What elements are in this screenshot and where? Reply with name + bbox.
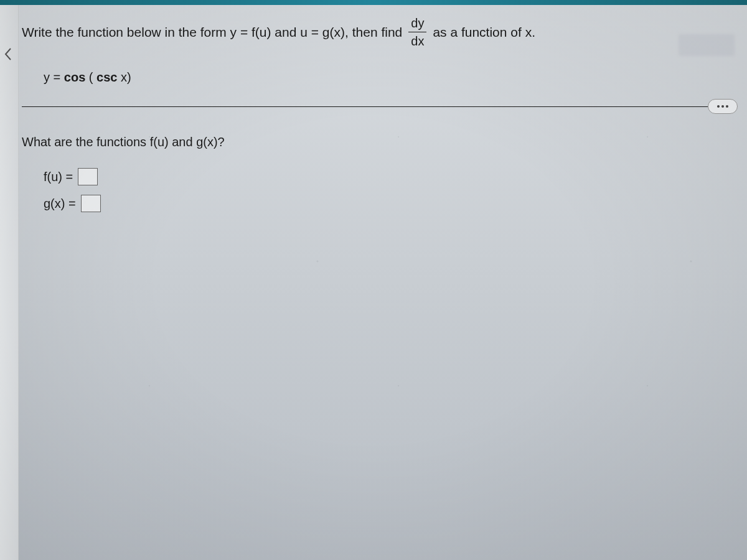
question-prompt: Write the function below in the form y =… xyxy=(22,16,735,49)
prev-arrow-icon[interactable] xyxy=(3,47,14,63)
gx-label: g(x) = xyxy=(44,197,76,211)
fu-input[interactable] xyxy=(78,168,98,185)
prompt-text-prefix: Write the function below in the form y =… xyxy=(22,21,402,44)
more-options-button[interactable] xyxy=(708,99,738,114)
fu-label: f(u) = xyxy=(44,170,73,184)
fraction-denominator: dx xyxy=(408,32,426,49)
top-window-frame xyxy=(0,0,747,5)
gx-input[interactable] xyxy=(81,195,101,212)
prompt-text-suffix: as a function of x. xyxy=(433,21,535,44)
section-divider xyxy=(22,106,735,107)
question-panel: Write the function below in the form y =… xyxy=(22,16,735,548)
sub-question-text: What are the functions f(u) and g(x)? xyxy=(22,135,735,149)
given-equation: y = cos ( csc x) xyxy=(44,70,735,85)
fu-answer-row: f(u) = xyxy=(44,168,735,185)
gx-answer-row: g(x) = xyxy=(44,195,735,212)
ellipsis-icon xyxy=(717,105,728,108)
derivative-fraction: dy dx xyxy=(408,16,426,49)
fraction-numerator: dy xyxy=(408,16,426,32)
left-margin-strip xyxy=(0,5,19,560)
